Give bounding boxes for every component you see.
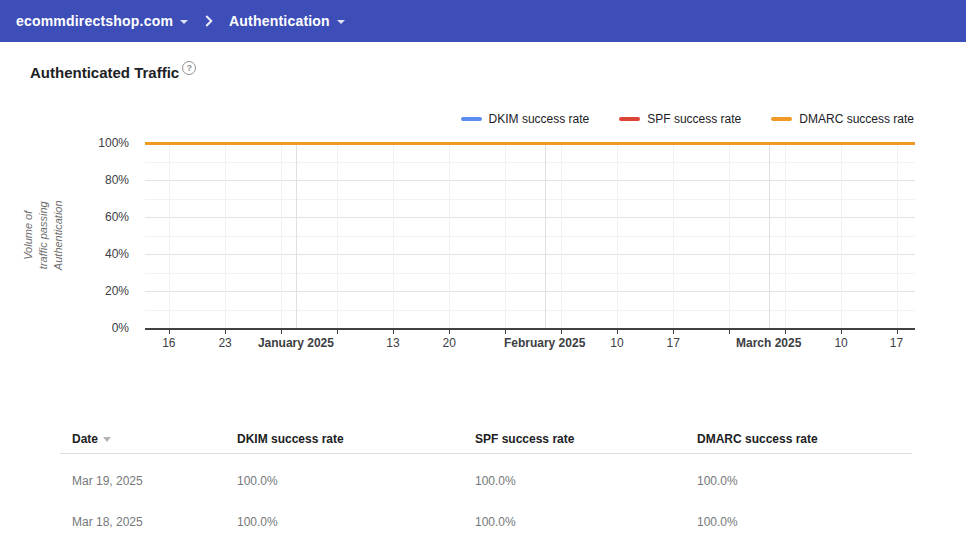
vertical-gridline-week	[841, 143, 842, 328]
legend-item: DMARC success rate	[771, 112, 914, 126]
section-dropdown[interactable]: Authentication	[229, 13, 345, 29]
domain-dropdown[interactable]: ecommdirectshop.com	[16, 13, 188, 29]
x-axis-tick-mark	[561, 330, 562, 334]
column-header-dmarc[interactable]: DMARC success rate	[697, 432, 912, 446]
y-axis-tick-label: 60%	[105, 210, 129, 224]
legend-item: DKIM success rate	[461, 112, 590, 126]
x-axis-tick-mark	[897, 330, 898, 334]
x-axis-tick-label: 13	[386, 336, 399, 350]
series-line-dmarc	[145, 142, 915, 145]
x-axis-labels: 1623January 20251320February 20251017Mar…	[145, 336, 915, 352]
horizontal-gridline	[145, 217, 915, 218]
vertical-gridline-week	[449, 143, 450, 328]
y-axis-tick-label: 40%	[105, 247, 129, 261]
x-axis-tick-label: 10	[834, 336, 847, 350]
vertical-gridline-week	[393, 143, 394, 328]
column-header-spf[interactable]: SPF success rate	[475, 432, 697, 446]
x-axis-tick-label: 23	[218, 336, 231, 350]
x-axis-tick-label: 17	[890, 336, 903, 350]
x-axis-tick-mark	[673, 330, 674, 334]
dmarc-cell: 100.0%	[697, 474, 912, 488]
vertical-gridline-week	[785, 143, 786, 328]
y-axis-tick-label: 0%	[112, 321, 129, 335]
vertical-gridline-week	[729, 143, 730, 328]
horizontal-gridline	[145, 162, 915, 163]
top-bar: ecommdirectshop.com Authentication	[0, 0, 966, 42]
legend-line-swatch-icon	[619, 117, 640, 121]
authenticated-traffic-chart: DKIM success rateSPF success rateDMARC s…	[0, 100, 966, 370]
dkim-cell: 100.0%	[237, 474, 475, 488]
y-axis-tick-label: 80%	[105, 173, 129, 187]
table-header-row: Date DKIM success rate SPF success rate …	[60, 425, 912, 454]
page-title-row: Authenticated Traffic ?	[30, 64, 196, 81]
x-axis-tick-mark	[505, 330, 506, 334]
x-axis-tick-mark	[281, 330, 282, 334]
table-body: Mar 19, 2025100.0%100.0%100.0%Mar 18, 20…	[60, 454, 912, 542]
horizontal-gridline	[145, 236, 915, 237]
table-row: Mar 18, 2025100.0%100.0%100.0%	[60, 501, 912, 542]
dropdown-caret-icon	[180, 20, 188, 24]
x-axis-tick-mark	[337, 330, 338, 334]
x-axis-tick-label: 17	[667, 336, 680, 350]
vertical-gridline-week	[897, 143, 898, 328]
x-axis-tick-mark	[225, 330, 226, 334]
legend-line-swatch-icon	[461, 117, 482, 121]
vertical-gridline-week	[561, 143, 562, 328]
x-axis-tick-label: March 2025	[736, 336, 801, 350]
help-icon[interactable]: ?	[182, 61, 196, 75]
vertical-gridline-week	[225, 143, 226, 328]
vertical-gridline-week	[337, 143, 338, 328]
vertical-gridline-month	[545, 143, 546, 328]
horizontal-gridline	[145, 199, 915, 200]
x-axis-tick-mark	[393, 330, 394, 334]
dkim-cell: 100.0%	[237, 515, 475, 529]
chevron-right-icon	[201, 15, 212, 26]
horizontal-gridline	[145, 180, 915, 181]
y-axis-labels: 100%80%60%40%20%0%	[0, 100, 137, 370]
vertical-gridline-month	[769, 143, 770, 328]
x-axis-tick-label: 16	[162, 336, 175, 350]
x-axis-tick-label: January 2025	[258, 336, 334, 350]
x-axis-tick-mark	[841, 330, 842, 334]
legend-line-swatch-icon	[771, 117, 792, 121]
legend-label: DKIM success rate	[489, 112, 590, 126]
column-header-dkim[interactable]: DKIM success rate	[237, 432, 475, 446]
page-title: Authenticated Traffic	[30, 64, 179, 81]
vertical-gridline-week	[281, 143, 282, 328]
date-cell: Mar 18, 2025	[72, 515, 237, 529]
x-axis-tick-label: 20	[442, 336, 455, 350]
section-dropdown-label: Authentication	[229, 13, 330, 29]
vertical-gridline-week	[617, 143, 618, 328]
y-axis-tick-label: 100%	[98, 136, 129, 150]
legend-label: SPF success rate	[647, 112, 741, 126]
page: ecommdirectshop.com Authentication Authe…	[0, 0, 966, 542]
dropdown-caret-icon	[337, 20, 345, 24]
spf-cell: 100.0%	[475, 474, 697, 488]
horizontal-gridline	[145, 310, 915, 311]
horizontal-gridline	[145, 273, 915, 274]
x-axis-tick-mark	[169, 330, 170, 334]
vertical-gridline-week	[505, 143, 506, 328]
authentication-table: Date DKIM success rate SPF success rate …	[60, 425, 912, 542]
y-axis-tick-label: 20%	[105, 284, 129, 298]
column-header-date[interactable]: Date	[72, 432, 237, 446]
horizontal-gridline	[145, 291, 915, 292]
x-axis-tick-mark	[785, 330, 786, 334]
dmarc-cell: 100.0%	[697, 515, 912, 529]
spf-cell: 100.0%	[475, 515, 697, 529]
legend-item: SPF success rate	[619, 112, 741, 126]
sort-desc-icon	[103, 437, 111, 442]
vertical-gridline-week	[673, 143, 674, 328]
x-axis-tick-label: February 2025	[504, 336, 585, 350]
plot-area	[145, 143, 915, 330]
horizontal-gridline	[145, 254, 915, 255]
x-axis-tick-label: 10	[610, 336, 623, 350]
x-axis-tick-mark	[449, 330, 450, 334]
chart-legend: DKIM success rateSPF success rateDMARC s…	[461, 112, 914, 126]
x-axis-tick-mark	[729, 330, 730, 334]
vertical-gridline-week	[169, 143, 170, 328]
legend-label: DMARC success rate	[799, 112, 914, 126]
vertical-gridline-month	[296, 143, 297, 328]
date-cell: Mar 19, 2025	[72, 474, 237, 488]
column-header-date-label: Date	[72, 432, 98, 446]
